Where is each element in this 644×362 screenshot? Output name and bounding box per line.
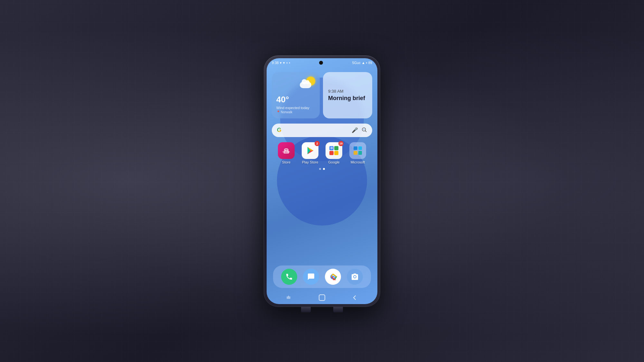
cloud-icon	[300, 82, 311, 88]
google-search-bar[interactable]: G 🎤	[272, 124, 372, 137]
status-left: 9:38 ▾ ▾ ▪ •	[272, 61, 290, 65]
weather-widget[interactable]: 40° Wind expected today 📍 Norwalk	[272, 72, 320, 118]
camera-notch	[319, 61, 323, 65]
svg-point-9	[330, 147, 333, 149]
store-label: Store	[282, 160, 290, 164]
microsoft-label: Microsoft	[351, 160, 365, 164]
weather-location: 📍 Norwalk	[276, 110, 315, 114]
morning-time: 9:38 AM	[328, 89, 367, 94]
dock-messages-icon[interactable]	[303, 269, 319, 285]
app-item-playstore[interactable]: 2 Play Store	[299, 142, 321, 164]
playstore-badge: 2	[315, 141, 320, 146]
google-g-logo: G	[277, 127, 281, 134]
content-spacer	[272, 172, 372, 265]
dock-phone-icon[interactable]	[281, 269, 297, 285]
nav-bar	[267, 291, 377, 304]
screen-content: 40° Wind expected today 📍 Norwalk 9:38 A…	[267, 66, 377, 291]
phone-screen: 9:38 ▾ ▾ ▪ • 5Guc ▲ ▪ 89	[267, 58, 377, 304]
store-icon-wrapper: STORE	[278, 142, 295, 159]
location-pin-icon: 📍	[276, 110, 280, 114]
page-indicators	[272, 168, 372, 170]
google-icon-wrapper: 18	[326, 142, 342, 159]
page-dot-1	[319, 168, 321, 170]
phone-stand	[290, 306, 354, 312]
app-item-store[interactable]: STORE Store	[275, 142, 297, 164]
dot-icon: •	[289, 61, 290, 65]
battery-icon: ▪	[366, 61, 367, 65]
morning-title: Morning brief	[328, 95, 367, 102]
morning-brief-widget[interactable]: 9:38 AM Morning brief	[323, 72, 372, 118]
playstore-label: Play Store	[302, 160, 318, 164]
svg-text:STORE: STORE	[282, 151, 290, 153]
network-type: 5Guc	[352, 61, 361, 65]
back-button[interactable]	[351, 294, 358, 302]
weather-icon-row	[276, 77, 315, 88]
page-dot-2-active	[323, 168, 325, 170]
app-item-microsoft[interactable]: Microsoft	[347, 142, 369, 164]
weather-temperature: 40°	[276, 95, 315, 105]
dock	[273, 265, 371, 288]
stand-leg-left	[301, 307, 311, 312]
battery-level: 89	[368, 61, 372, 65]
weather-sun-cloud-icon	[300, 77, 315, 88]
svg-rect-15	[288, 296, 289, 299]
nfc-icon: ▪	[286, 61, 288, 65]
apps-row: STORE Store	[272, 142, 372, 164]
app-item-google[interactable]: 18 Google	[323, 142, 345, 164]
widgets-row: 40° Wind expected today 📍 Norwalk 9:38 A…	[272, 72, 372, 118]
svg-rect-14	[287, 296, 288, 299]
signal-icon: ▾	[283, 61, 285, 65]
weather-description: Wind expected today	[276, 106, 315, 110]
status-right: 5Guc ▲ ▪ 89	[352, 61, 372, 65]
stand-leg-right	[333, 307, 343, 312]
microsoft-icon-wrapper	[349, 142, 366, 159]
playstore-icon-wrapper: 2	[302, 142, 318, 159]
phone-body: 9:38 ▾ ▾ ▪ • 5Guc ▲ ▪ 89	[264, 56, 380, 307]
google-badge: 18	[338, 141, 344, 146]
recents-button[interactable]	[286, 294, 293, 302]
store-icon: STORE	[278, 142, 295, 159]
wifi-icon: ▾	[280, 61, 282, 65]
google-label: Google	[328, 160, 339, 164]
status-bar: 9:38 ▾ ▾ ▪ • 5Guc ▲ ▪ 89	[267, 58, 377, 66]
voice-search-icon[interactable]: 🎤	[352, 127, 358, 133]
svg-rect-17	[319, 295, 325, 301]
dock-chrome-icon[interactable]	[325, 269, 341, 285]
phone-wrapper: 9:38 ▾ ▾ ▪ • 5Guc ▲ ▪ 89	[264, 56, 380, 307]
signal-strength-icon: ▲	[362, 61, 365, 65]
svg-point-13	[354, 276, 356, 278]
microsoft-icon	[349, 142, 366, 159]
dock-camera-icon[interactable]	[347, 269, 363, 285]
lens-search-icon[interactable]	[361, 127, 367, 134]
home-button[interactable]	[318, 294, 326, 302]
svg-rect-16	[289, 296, 290, 299]
status-time: 9:38	[272, 61, 279, 65]
